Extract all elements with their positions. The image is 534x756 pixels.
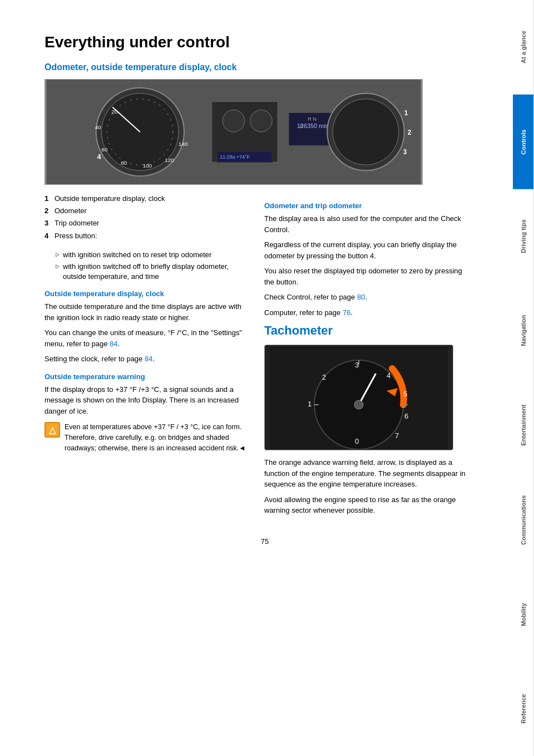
item-num-2: 2 [44,206,55,216]
svg-text:2: 2 [408,129,412,136]
item-text-2: Odometer [55,206,87,216]
tachometer-section: Tachometer 1 2 [264,323,467,516]
item-num-3: 3 [44,218,55,228]
link-page80[interactable]: 80 [357,293,365,301]
outside-temp-clock-para3: Setting the clock, refer to page 84. [44,354,248,365]
svg-text:6: 6 [404,412,408,420]
svg-text:3: 3 [355,361,359,369]
svg-text:120: 120 [165,157,174,163]
sidebar-item-reference[interactable]: Reference [513,661,534,756]
sidebar-item-controls[interactable]: Controls [513,95,534,189]
odometer-para3: You also reset the displayed trip odomet… [264,266,467,287]
sidebar-item-entertainment[interactable]: Entertainment [513,378,534,473]
list-item-4: 4 Press button: [44,231,248,241]
svg-text:80: 80 [121,160,127,166]
svg-text:7: 7 [395,431,399,440]
bullet-text-1: with ignition switched on to reset trip … [63,250,211,260]
sidebar-item-communications[interactable]: Communications [513,473,534,567]
link-page84-settings[interactable]: 84 [110,340,117,348]
right-column: Odometer and trip odometer The display a… [264,194,467,521]
tachometer-para2: Avoid allowing the engine speed to rise … [264,494,467,516]
svg-text:1: 1 [404,109,408,117]
bullet-text-2: with ignition switched off to briefly di… [63,262,248,282]
svg-point-28 [250,110,273,132]
svg-point-43 [354,400,363,409]
svg-text:2: 2 [322,373,326,381]
svg-text:1: 1 [308,400,312,408]
svg-text:4: 4 [387,371,390,380]
outside-temp-clock-header: Outside temperature display, clock [44,289,248,298]
item-text-4: Press button: [55,231,97,241]
sidebar-item-driving-tips[interactable]: Driving tips [513,189,534,284]
dashboard-image: 20 40 60 80 100 120 140 11:28a +74°F 126… [44,79,423,185]
outside-temp-clock-para1: The outside temperature and the time dis… [44,301,248,323]
warning-box: △ Even at temperatures above +37 °F / +3… [44,422,248,453]
link-page84-clock[interactable]: 84 [145,355,152,363]
svg-text:5: 5 [403,390,407,398]
tachometer-image: 1 2 3 4 5 6 7 0 [264,345,453,450]
odometer-para2: Regardless of the current display, you c… [264,239,467,261]
svg-text:R N: R N [308,116,317,122]
svg-text:20: 20 [111,109,117,115]
svg-text:60: 60 [102,146,108,153]
item-num-1: 1 [44,194,55,204]
svg-text:100: 100 [143,163,152,169]
outside-temp-clock-para2: You can change the units of measure, °F … [44,327,248,349]
bullet-item-2: with ignition switched off to briefly di… [56,262,248,282]
svg-text:40: 40 [95,124,101,130]
outside-temp-warning-para1: If the display drops to +37 °F /+3 °C, a… [44,384,248,417]
svg-text:4: 4 [97,153,102,161]
odometer-para4: Check Control, refer to page 80. [264,292,467,303]
sidebar-item-at-a-glance[interactable]: At a glance [513,0,534,95]
section-header: Odometer, outside temperature display, c… [44,62,485,72]
item-text-1: Outside temperature display, clock [55,194,165,204]
svg-text:0: 0 [355,437,359,445]
list-item-1: 1 Outside temperature display, clock [44,194,248,204]
item-text-3: Trip odometer [55,218,99,228]
warning-text: Even at temperatures above +37 °F / +3 °… [65,422,248,453]
numbered-list: 1 Outside temperature display, clock 2 O… [44,194,248,241]
odometer-header: Odometer and trip odometer [264,202,467,210]
main-content: Everything under control Odometer, outsi… [0,0,513,756]
outside-temp-warning-header: Outside temperature warning [44,372,248,381]
list-item-2: 2 Odometer [44,206,248,216]
svg-text:140: 140 [179,141,188,147]
page-number: 75 [44,537,485,546]
sidebar-item-navigation[interactable]: Navigation [513,283,534,378]
list-item-3: 3 Trip odometer [44,218,248,228]
bullet-item-1: with ignition switched on to reset trip … [56,250,248,260]
svg-point-19 [333,99,399,165]
svg-text:11:28a: 11:28a [220,154,235,160]
svg-text:+74°F: +74°F [236,154,250,160]
bullet-list: with ignition switched on to reset trip … [56,250,248,282]
left-column: 1 Outside temperature display, clock 2 O… [44,194,248,521]
warning-icon: △ [44,422,60,438]
svg-point-27 [222,110,245,132]
svg-text:3: 3 [403,148,407,156]
sidebar: At a glance Controls Driving tips Naviga… [513,0,534,756]
svg-text:D: D [300,124,303,129]
link-page76[interactable]: 76 [343,308,350,317]
item-num-4: 4 [44,231,55,241]
odometer-para5: Computer, refer to page 76. [264,307,467,318]
odometer-para1: The display area is also used for the co… [264,213,467,235]
sidebar-item-mobility[interactable]: Mobility [513,567,534,662]
two-col-layout: 1 Outside temperature display, clock 2 O… [44,194,467,521]
tachometer-para1: The orange advance warning field, arrow,… [264,457,467,490]
tachometer-title: Tachometer [264,323,467,338]
page-title: Everything under control [44,33,485,51]
